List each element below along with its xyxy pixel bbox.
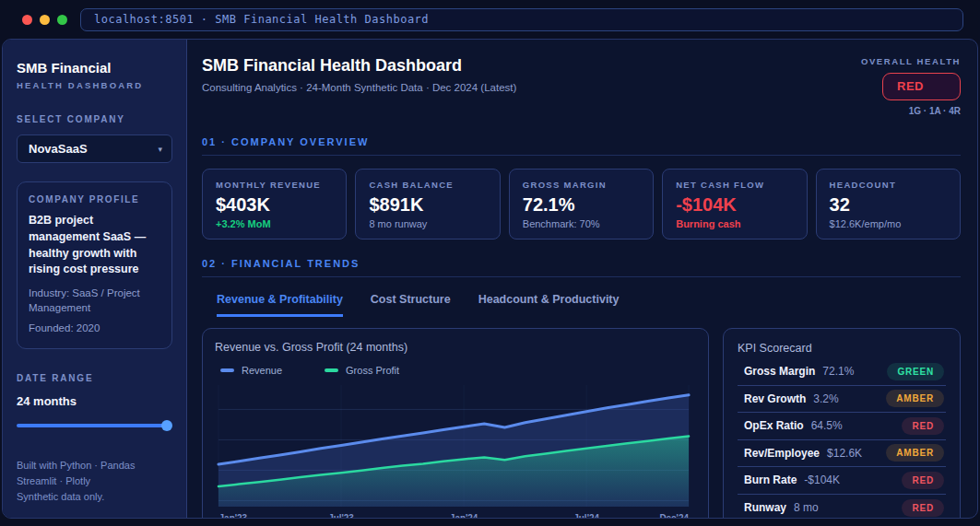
chart-title: Revenue vs. Gross Profit (24 months) [215,341,696,354]
metric-delta: $12.6K/emp/mo [830,218,947,229]
status-badge: AMBER [886,390,944,407]
company-profile-industry: Industry: SaaS / Project Management [29,286,160,315]
kpi-label: Gross Margin [744,365,815,378]
kpi-label: Rev Growth [744,392,806,405]
kpi-value: 8 mo [794,501,819,514]
status-badge: RED [902,417,944,435]
svg-text:Dec'24: Dec'24 [659,513,689,518]
kpi-label: OpEx Ratio [744,419,804,432]
revenue-chart-card: Revenue vs. Gross Profit (24 months) Rev… [202,328,709,518]
kpi-row-runway: Runway 8 mo RED [738,495,946,519]
sidebar-title: SMB Financial [17,60,172,76]
metric-delta: Benchmark: 70% [523,218,640,229]
kpi-value: 64.5% [811,419,843,432]
metric-value: $891K [369,194,486,216]
tab-revenue-profitability[interactable]: Revenue & Profitability [217,293,343,317]
metric-card-cash-balance: CASH BALANCE $891K 8 mo runway [355,169,500,240]
overall-health-badge: RED [882,73,961,100]
page-title: SMB Financial Health Dashboard [202,56,516,76]
slider-handle[interactable] [161,420,172,431]
status-badge: GREEN [887,363,944,380]
svg-text:Jan'24: Jan'24 [450,513,478,518]
main-content: SMB Financial Health Dashboard Consultin… [187,40,977,518]
metric-value: 32 [830,194,947,216]
footer-line: Synthetic data only. [17,489,172,505]
overall-health-label: OVERALL HEALTH [861,56,961,66]
date-range-label: DATE RANGE [17,373,172,383]
kpi-row-gross-margin: Gross Margin 72.1% GREEN [738,358,946,386]
app-window: SMB Financial HEALTH DASHBOARD SELECT CO… [2,39,978,519]
kpi-scorecard-title: KPI Scorecard [738,342,946,355]
metric-value: -$104K [676,194,793,216]
tab-cost-structure[interactable]: Cost Structure [371,293,451,317]
chart-legend: Revenue Gross Profit [220,365,696,376]
metric-label: CASH BALANCE [369,180,486,190]
section-company-overview: 01 · COMPANY OVERVIEW [202,136,961,156]
kpi-label: Burn Rate [744,473,797,486]
kpi-value: 72.1% [822,365,854,378]
status-badge: AMBER [886,444,944,462]
kpi-value: $12.6K [827,447,862,460]
kpi-scorecard: KPI Scorecard Gross Margin 72.1% GREEN R… [723,328,961,518]
metric-card-headcount: HEADCOUNT 32 $12.6K/emp/mo [816,169,961,240]
date-range-slider[interactable] [17,420,172,431]
metric-card-row: MONTHLY REVENUE $403K +3.2% MoM CASH BAL… [202,169,961,240]
main-header: SMB Financial Health Dashboard Consultin… [202,56,961,116]
metric-delta: Burning cash [676,218,793,229]
kpi-row-burn-rate: Burn Rate -$104K RED [738,467,946,495]
title-block: SMB Financial Health Dashboard Consultin… [202,56,516,93]
svg-text:Jul'24: Jul'24 [573,513,599,518]
kpi-value: 3.2% [813,392,838,405]
metric-label: NET CASH FLOW [676,180,793,190]
metric-delta: 8 mo runway [369,218,486,229]
metric-card-net-cash-flow: NET CASH FLOW -$104K Burning cash [662,169,807,240]
company-select[interactable]: NovaSaaS ▾ [17,134,172,163]
legend-label: Gross Profit [346,365,399,376]
legend-item-revenue[interactable]: Revenue [220,365,282,376]
legend-item-gross-profit[interactable]: Gross Profit [325,365,399,376]
window-minimize-button[interactable] [40,15,50,25]
metric-value: 72.1% [523,194,640,216]
metric-label: HEADCOUNT [830,180,947,190]
select-company-label: SELECT COMPANY [17,114,172,124]
chevron-down-icon: ▾ [158,145,162,154]
company-profile-description: B2B project management SaaS — healthy gr… [29,213,160,278]
sidebar-subtitle: HEALTH DASHBOARD [17,80,172,90]
sidebar: SMB Financial HEALTH DASHBOARD SELECT CO… [3,40,187,518]
kpi-row-rev-employee: Rev/Employee $12.6K AMBER [738,440,946,468]
company-profile-heading: COMPANY PROFILE [29,194,160,205]
gross-profit-swatch-icon [325,368,338,372]
page: localhost:8501 · SMB Financial Health Da… [0,0,980,526]
svg-text:Jul'23: Jul'23 [328,513,354,518]
legend-label: Revenue [242,365,282,376]
kpi-row-opex-ratio: OpEx Ratio 64.5% RED [738,413,946,440]
footer-line: Built with Python · Pandas [17,458,172,473]
sidebar-footer: Built with Python · Pandas Streamlit · P… [17,458,172,505]
date-range-value: 24 months [17,394,172,408]
browser-chrome: localhost:8501 · SMB Financial Health Da… [0,0,980,39]
slider-track[interactable] [17,424,171,427]
window-close-button[interactable] [22,15,32,25]
metric-card-gross-margin: GROSS MARGIN 72.1% Benchmark: 70% [509,169,654,240]
company-profile-founded: Founded: 2020 [29,321,160,336]
metric-value: $403K [216,194,333,216]
health-summary-counts: 1G · 1A · 4R [861,106,961,116]
metric-delta: +3.2% MoM [216,218,333,229]
company-profile-card: COMPANY PROFILE B2B project management S… [17,181,172,349]
kpi-value: -$104K [804,473,840,486]
trend-content-row: Revenue vs. Gross Profit (24 months) Rev… [202,328,961,518]
tab-headcount-productivity[interactable]: Headcount & Productivity [478,293,620,317]
status-badge: RED [902,472,944,489]
window-zoom-button[interactable] [57,15,67,25]
kpi-label: Rev/Employee [744,447,820,460]
trend-tabs: Revenue & Profitability Cost Structure H… [202,293,961,317]
overall-health-block: OVERALL HEALTH RED 1G · 1A · 4R [861,56,961,116]
section-financial-trends: 02 · FINANCIAL TRENDS [202,258,961,277]
status-badge: RED [902,499,944,517]
trend-line-chart: Jan'23Jul'23Jan'24Jul'24Dec'24 [215,378,696,518]
footer-line: Streamlit · Plotly [17,473,172,489]
url-bar[interactable]: localhost:8501 · SMB Financial Health Da… [80,8,963,31]
metric-label: GROSS MARGIN [523,180,640,190]
metric-card-monthly-revenue: MONTHLY REVENUE $403K +3.2% MoM [202,169,347,240]
metric-label: MONTHLY REVENUE [216,180,333,190]
